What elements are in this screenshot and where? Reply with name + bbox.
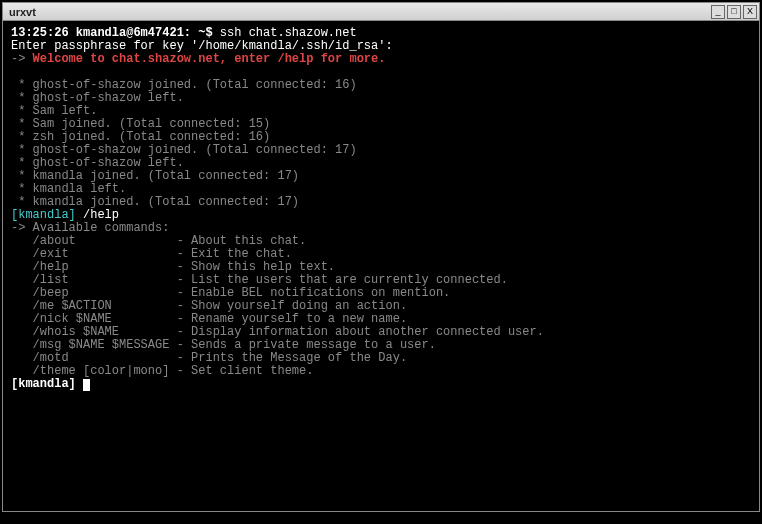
help-cmd: /list xyxy=(11,273,177,287)
help-desc: - About this chat. xyxy=(177,234,307,248)
welcome-prefix: -> xyxy=(11,52,33,66)
help-desc: - Show yourself doing an action. xyxy=(177,299,407,313)
help-desc: - Show this help text. xyxy=(177,260,335,274)
help-row: /theme [color|mono] - Set client theme. xyxy=(11,365,751,378)
maximize-button[interactable]: □ xyxy=(727,5,741,19)
help-desc: - Exit the chat. xyxy=(177,247,292,261)
terminal-area[interactable]: 13:25:26 kmandla@6m47421: ~$ ssh chat.sh… xyxy=(3,21,759,511)
help-desc: - Display information about another conn… xyxy=(177,325,544,339)
minimize-button[interactable]: _ xyxy=(711,5,725,19)
help-cmd: /beep xyxy=(11,286,177,300)
titlebar: urxvt _ □ X xyxy=(3,3,759,21)
titlebar-buttons: _ □ X xyxy=(711,5,757,19)
help-cmd: /msg $NAME $MESSAGE xyxy=(11,338,177,352)
help-desc: - Sends a private message to a user. xyxy=(177,338,436,352)
help-cmd: /help xyxy=(11,260,177,274)
cursor xyxy=(83,379,90,391)
ssh-command: ssh chat.shazow.net xyxy=(220,26,357,40)
window-title: urxvt xyxy=(9,6,36,18)
help-desc: - Enable BEL notifications on mention. xyxy=(177,286,451,300)
help-cmd: /motd xyxy=(11,351,177,365)
chat-prompt: [kmandla] xyxy=(11,208,83,222)
terminal-window: urxvt _ □ X 13:25:26 kmandla@6m47421: ~$… xyxy=(2,2,760,512)
welcome-message: Welcome to chat.shazow.net, enter /help … xyxy=(33,52,386,66)
help-cmd: /me $ACTION xyxy=(11,299,177,313)
help-cmd: /exit xyxy=(11,247,177,261)
shell-prompt: 13:25:26 kmandla@6m47421: ~$ xyxy=(11,26,220,40)
help-cmd: /nick $NAME xyxy=(11,312,177,326)
close-button[interactable]: X xyxy=(743,5,757,19)
help-desc: - List the users that are currently conn… xyxy=(177,273,508,287)
event-line: * ghost-of-shazow left. xyxy=(11,92,751,105)
help-command: /help xyxy=(83,208,119,222)
help-cmd: /theme [color|mono] xyxy=(11,364,177,378)
event-line: * kmandla joined. (Total connected: 17) xyxy=(11,196,751,209)
help-cmd: /whois $NAME xyxy=(11,325,177,339)
help-cmd: /about xyxy=(11,234,177,248)
help-desc: - Prints the Message of the Day. xyxy=(177,351,407,365)
help-desc: - Set client theme. xyxy=(177,364,314,378)
help-desc: - Rename yourself to a new name. xyxy=(177,312,407,326)
input-prompt: [kmandla] xyxy=(11,377,83,391)
